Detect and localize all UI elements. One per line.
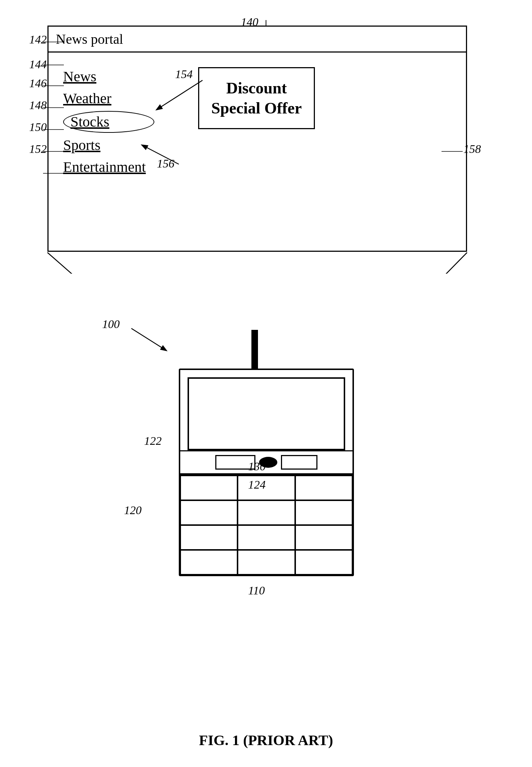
phone-antenna [251, 330, 258, 370]
phone-screen [188, 377, 345, 450]
ref-152: 152 [29, 142, 47, 156]
figure-caption: FIG. 1 (PRIOR ART) [0, 732, 532, 749]
ref-156: 156 [157, 157, 174, 170]
svg-line-12 [353, 253, 467, 274]
ref-150: 150 [29, 120, 47, 134]
svg-line-13 [131, 328, 166, 350]
phone-button-right[interactable] [281, 455, 317, 470]
ref-110: 110 [248, 584, 265, 597]
page: 140 142 News portal News Weather Stocks … [0, 0, 532, 767]
portal-content: News Weather Stocks Sports Entertainment… [49, 53, 466, 247]
phone-keypad [180, 474, 352, 575]
ref-120: 120 [124, 504, 142, 517]
portal-title: News portal [56, 31, 123, 47]
nav-news[interactable]: News [63, 67, 154, 86]
ref-144: 144 [29, 58, 47, 71]
ref-142: 142 [29, 33, 47, 46]
key-0[interactable] [238, 550, 295, 575]
ref-146: 146 [29, 77, 47, 90]
portal-ad: Discount Special Offer [198, 67, 315, 129]
ref-100: 100 [102, 317, 120, 331]
portal-window: News portal News Weather Stocks Sports E… [47, 26, 467, 252]
ref-130: 130 [248, 460, 266, 473]
key-8[interactable] [238, 525, 295, 550]
ref-124: 124 [248, 478, 266, 492]
portal-nav: News Weather Stocks Sports Entertainment [63, 63, 154, 236]
ref-154: 154 [175, 68, 193, 81]
key-4[interactable] [180, 500, 238, 525]
phone-controls [180, 450, 352, 474]
ref-158: 158 [463, 142, 481, 156]
key-3[interactable] [295, 475, 352, 500]
nav-weather[interactable]: Weather [63, 89, 154, 108]
key-5[interactable] [238, 500, 295, 525]
key-7[interactable] [180, 525, 238, 550]
nav-sports[interactable]: Sports [63, 136, 154, 155]
key-9[interactable] [295, 525, 352, 550]
key-pound[interactable] [295, 550, 352, 575]
mobile-phone [179, 369, 354, 576]
nav-stocks[interactable]: Stocks [63, 111, 154, 133]
key-6[interactable] [295, 500, 352, 525]
key-1[interactable] [180, 475, 238, 500]
portal-titlebar: News portal [49, 27, 466, 53]
svg-line-11 [47, 253, 180, 274]
ref-122: 122 [144, 434, 162, 448]
ref-148: 148 [29, 99, 47, 112]
key-2[interactable] [238, 475, 295, 500]
nav-entertainment[interactable]: Entertainment [63, 158, 154, 177]
key-star[interactable] [180, 550, 238, 575]
